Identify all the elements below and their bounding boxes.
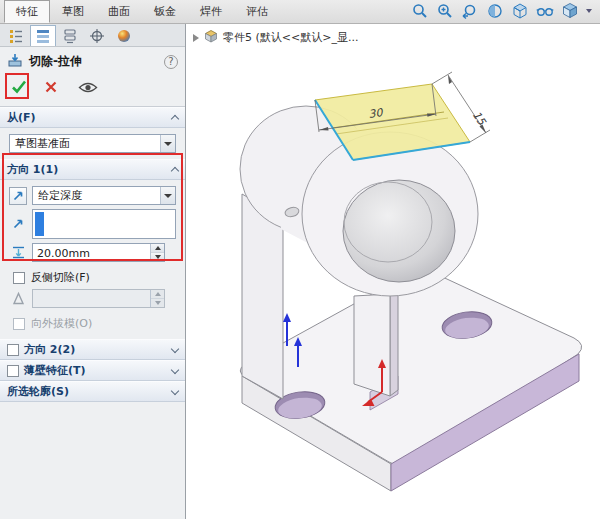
feature-manager-tab[interactable] [3, 25, 29, 46]
depth-icon [9, 244, 27, 262]
view-orientation-icon[interactable] [560, 2, 579, 21]
breadcrumb-text[interactable]: 零件5 (默认<<默认>_显... [223, 30, 358, 45]
thin-feature-section: 薄壁特征(T) [0, 360, 185, 381]
solidworks-window: 特征 草图 曲面 钣金 焊件 评估 [0, 0, 600, 519]
zoom-area-icon[interactable] [435, 2, 454, 21]
direction1-section: 方向 1(1) 给定深度 [0, 159, 185, 339]
draft-outward-checkbox [13, 318, 25, 330]
dropdown-arrow-icon[interactable] [160, 135, 175, 152]
from-section-header[interactable]: 从(F) [0, 107, 185, 128]
cancel-button[interactable] [44, 80, 58, 97]
direction2-section: 方向 2(2) [0, 339, 185, 360]
property-manager-panel: 切除-拉伸 ? 从(F) 草图基准面 [0, 24, 186, 519]
thin-feature-section-label: 薄壁特征(T) [24, 363, 86, 378]
end-condition-value: 给定深度 [38, 188, 82, 203]
selected-contours-section-label: 所选轮廓(S) [7, 384, 69, 399]
zoom-fit-icon[interactable] [410, 2, 429, 21]
hide-show-items-icon[interactable] [535, 2, 554, 21]
ribbon-tab-evaluate[interactable]: 评估 [234, 0, 280, 23]
property-manager-tab[interactable] [30, 25, 56, 46]
selected-contours-section-header[interactable]: 所选轮廓(S) [0, 381, 185, 402]
section-view-icon[interactable] [485, 2, 504, 21]
dropdown-arrow-icon[interactable] [160, 187, 175, 204]
graphics-area[interactable]: 零件5 (默认<<默认>_显... [186, 24, 600, 519]
command-actions [0, 74, 185, 107]
previous-view-icon[interactable] [460, 2, 479, 21]
from-section-label: 从(F) [7, 110, 36, 125]
depth-input[interactable]: 20.00mm [32, 243, 165, 262]
breadcrumb[interactable]: 零件5 (默认<<默认>_显... [193, 29, 358, 46]
ok-button[interactable] [10, 78, 28, 99]
start-condition-value: 草图基准面 [15, 136, 70, 151]
direction-reference-listbox[interactable] [32, 209, 176, 239]
direction1-section-label: 方向 1(1) [7, 162, 58, 177]
direction2-section-header[interactable]: 方向 2(2) [0, 339, 185, 360]
from-section: 从(F) 草图基准面 [0, 107, 185, 159]
ribbon-tab-sheetmetal[interactable]: 钣金 [142, 0, 188, 23]
command-title-row: 切除-拉伸 ? [0, 47, 185, 74]
draft-angle-input [32, 289, 165, 308]
view-orientation-caret-icon[interactable] [586, 9, 592, 13]
start-condition-combobox[interactable]: 草图基准面 [9, 134, 176, 153]
display-style-icon[interactable] [510, 2, 529, 21]
expand-chevron-icon[interactable] [171, 365, 179, 373]
direction1-section-header[interactable]: 方向 1(1) [0, 159, 185, 180]
flyout-arrow-icon[interactable] [193, 34, 199, 42]
ribbon-tab-surfaces[interactable]: 曲面 [96, 0, 142, 23]
expand-chevron-icon[interactable] [171, 386, 179, 394]
direction2-section-label: 方向 2(2) [24, 342, 75, 357]
bearing-bore[interactable] [343, 180, 455, 282]
direction-arrow-icon [9, 215, 27, 233]
direction2-checkbox[interactable] [7, 344, 19, 356]
part-model[interactable]: 30 15 [186, 24, 600, 519]
heads-up-toolbar [402, 0, 600, 23]
ribbon-bar: 特征 草图 曲面 钣金 焊件 评估 [0, 0, 600, 24]
draft-angle-value [33, 290, 150, 307]
draft-outward-label: 向外拔模(O) [31, 316, 92, 331]
cut-extrude-icon [7, 52, 23, 71]
base-plate[interactable] [240, 267, 581, 491]
draft-icon [9, 290, 27, 308]
depth-spin-down[interactable] [151, 253, 164, 261]
dimxpert-manager-tab[interactable] [84, 25, 110, 46]
thin-feature-section-header[interactable]: 薄壁特征(T) [0, 360, 185, 381]
configuration-manager-tab[interactable] [57, 25, 83, 46]
preview-eye-button[interactable] [78, 81, 98, 97]
display-manager-tab[interactable] [111, 25, 137, 46]
draft-spin-down [151, 299, 164, 307]
selected-contours-section: 所选轮廓(S) [0, 381, 185, 402]
depth-value: 20.00mm [33, 244, 150, 261]
ribbon-tabs: 特征 草图 曲面 钣金 焊件 评估 [4, 0, 280, 23]
dimension-15-label[interactable]: 15 [470, 109, 489, 129]
end-condition-combobox[interactable]: 给定深度 [32, 186, 176, 205]
flip-side-checkbox[interactable] [13, 272, 25, 284]
collapse-chevron-icon[interactable] [171, 167, 179, 175]
thin-feature-checkbox[interactable] [7, 365, 19, 377]
manager-tabs [0, 24, 185, 47]
help-icon[interactable]: ? [164, 55, 178, 69]
flip-side-label: 反侧切除(F) [31, 270, 90, 285]
ribbon-tab-sketch[interactable]: 草图 [50, 0, 96, 23]
front-rib[interactable] [354, 290, 398, 396]
draft-spin-up [151, 290, 164, 299]
command-title: 切除-拉伸 [29, 53, 82, 70]
ribbon-tab-features[interactable]: 特征 [4, 0, 50, 23]
collapse-chevron-icon[interactable] [171, 115, 179, 123]
expand-chevron-icon[interactable] [171, 344, 179, 352]
part-icon [204, 29, 218, 46]
ribbon-tab-weldments[interactable]: 焊件 [188, 0, 234, 23]
reverse-direction-button[interactable] [9, 187, 27, 205]
depth-spin-up[interactable] [151, 244, 164, 253]
selection-highlight [35, 212, 44, 236]
